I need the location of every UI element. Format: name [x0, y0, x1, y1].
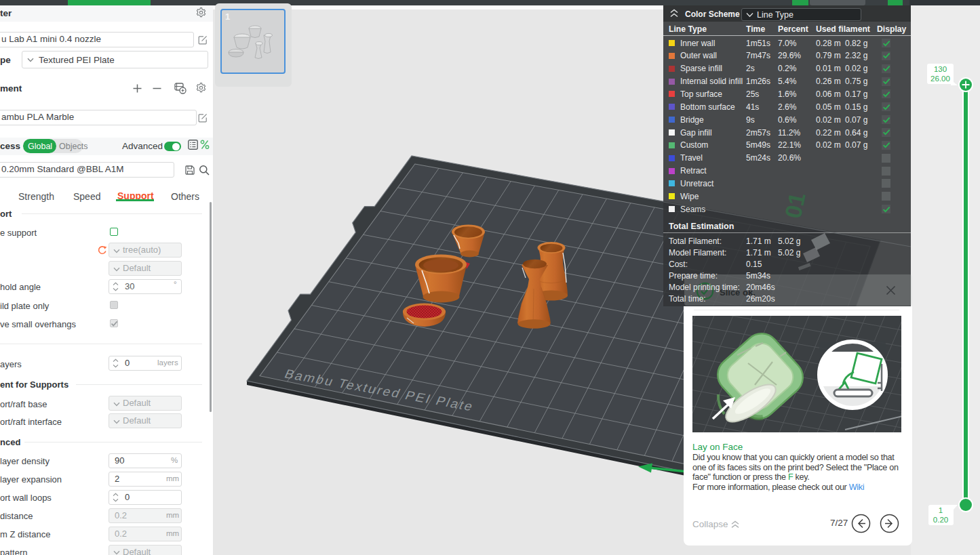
- svg-text:1: 1: [939, 506, 943, 514]
- svg-text:0.20: 0.20: [933, 516, 948, 524]
- svg-text:26.00: 26.00: [930, 75, 950, 83]
- svg-text:130: 130: [934, 65, 947, 73]
- svg-text:01: 01: [780, 190, 810, 221]
